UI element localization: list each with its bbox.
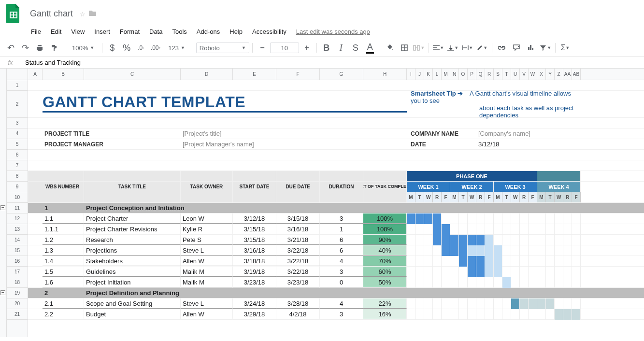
col-header-Q[interactable]: Q: [476, 69, 485, 80]
col-header-S[interactable]: S: [494, 69, 502, 80]
row-header-19[interactable]: 19: [7, 288, 28, 298]
collapse-group-button[interactable]: −: [0, 290, 5, 295]
col-header-Z[interactable]: Z: [555, 69, 563, 80]
row-header-14[interactable]: 14: [7, 235, 28, 245]
collapse-group-button[interactable]: −: [0, 205, 5, 210]
col-header-F[interactable]: F: [276, 69, 320, 80]
row-header-16[interactable]: 16: [7, 256, 28, 267]
functions-button[interactable]: Σ ▼: [558, 41, 572, 55]
paint-format-button[interactable]: [47, 41, 61, 55]
row-header-8[interactable]: 8: [7, 171, 28, 182]
percent-button[interactable]: %: [120, 41, 133, 55]
font-size-input[interactable]: 10: [270, 43, 299, 53]
doc-title[interactable]: Gantt chart: [27, 8, 76, 20]
row-header-4[interactable]: 4: [7, 128, 28, 139]
row-header-17[interactable]: 17: [7, 267, 28, 277]
col-header-T[interactable]: T: [502, 69, 511, 80]
menu-help[interactable]: Help: [226, 26, 246, 37]
row-20: 2.1Scope and Goal SettingSteve L3/24/183…: [28, 298, 644, 309]
comment-button[interactable]: [510, 41, 523, 55]
menu-format[interactable]: Format: [116, 26, 143, 37]
chart-button[interactable]: [524, 41, 538, 55]
h-align-button[interactable]: ▼: [432, 41, 445, 55]
wrap-button[interactable]: ▼: [461, 41, 474, 55]
col-header-G[interactable]: G: [320, 69, 363, 80]
col-header-O[interactable]: O: [459, 69, 468, 80]
menu-data[interactable]: Data: [145, 26, 166, 37]
col-header-M[interactable]: M: [442, 69, 450, 80]
strikethrough-button[interactable]: S: [349, 41, 362, 55]
row-header-7[interactable]: 7: [7, 160, 28, 171]
row-header-3[interactable]: 3: [7, 118, 28, 128]
star-icon[interactable]: ☆: [80, 11, 86, 18]
bold-button[interactable]: B: [320, 41, 333, 55]
day-header: M: [494, 192, 502, 202]
currency-button[interactable]: $: [105, 41, 119, 55]
row-header-20[interactable]: 20: [7, 298, 28, 309]
link-button[interactable]: [495, 41, 509, 55]
row-header-15[interactable]: 15: [7, 245, 28, 256]
menu-accessibility[interactable]: Accessibility: [248, 26, 290, 37]
col-header-AA[interactable]: AA: [563, 69, 572, 80]
col-header-E[interactable]: E: [233, 69, 276, 80]
last-edit[interactable]: Last edit was seconds ago: [296, 28, 370, 35]
number-format-button[interactable]: 123 ▼: [163, 42, 190, 54]
v-align-button[interactable]: ▼: [446, 41, 460, 55]
col-header-L[interactable]: L: [433, 69, 442, 80]
row-header-1[interactable]: 1: [7, 80, 28, 91]
row-header-11[interactable]: 11: [7, 203, 28, 213]
increase-decimal-button[interactable]: .00↑: [149, 41, 162, 55]
menu-edit[interactable]: Edit: [47, 26, 65, 37]
undo-button[interactable]: ↶: [4, 41, 17, 55]
row-header-18[interactable]: 18: [7, 277, 28, 288]
italic-button[interactable]: I: [334, 41, 348, 55]
row-header-2[interactable]: 2: [7, 91, 28, 118]
menu-view[interactable]: View: [67, 26, 88, 37]
print-button[interactable]: [33, 41, 46, 55]
col-header-Y[interactable]: Y: [546, 69, 555, 80]
col-header-AB[interactable]: AB: [572, 69, 581, 80]
row-header-21[interactable]: 21: [7, 309, 28, 320]
formula-input[interactable]: [21, 57, 644, 68]
col-header-U[interactable]: U: [511, 69, 520, 80]
decrease-decimal-button[interactable]: .0↓: [134, 41, 148, 55]
redo-button[interactable]: ↷: [18, 41, 32, 55]
col-header-B[interactable]: B: [43, 69, 84, 80]
row-header-6[interactable]: 6: [7, 150, 28, 160]
move-folder-icon[interactable]: [89, 11, 97, 18]
text-color-button[interactable]: A: [363, 41, 377, 55]
col-header-X[interactable]: X: [537, 69, 546, 80]
row-header-12[interactable]: 12: [7, 213, 28, 224]
merge-button[interactable]: ▼: [412, 41, 426, 55]
font-size-decrease[interactable]: −: [256, 41, 269, 55]
menu-tools[interactable]: Tools: [168, 26, 190, 37]
borders-button[interactable]: [398, 41, 411, 55]
col-header-J[interactable]: J: [415, 69, 424, 80]
col-header-P[interactable]: P: [468, 69, 476, 80]
col-header-I[interactable]: I: [407, 69, 415, 80]
font-select[interactable]: Roboto▼: [196, 43, 249, 53]
row-header-5[interactable]: 5: [7, 139, 28, 150]
col-header-D[interactable]: D: [181, 69, 233, 80]
row-header-10[interactable]: 10: [7, 192, 28, 203]
col-header-R[interactable]: R: [485, 69, 494, 80]
col-header-V[interactable]: V: [520, 69, 529, 80]
filter-button[interactable]: ▼: [539, 41, 552, 55]
row-header-13[interactable]: 13: [7, 224, 28, 235]
row-header-9[interactable]: 9: [7, 182, 28, 192]
rotate-button[interactable]: ▼: [475, 41, 489, 55]
font-size-increase[interactable]: +: [300, 41, 314, 55]
col-header-H[interactable]: H: [363, 69, 407, 80]
zoom-select[interactable]: 100% ▼: [67, 42, 99, 54]
menu-add-ons[interactable]: Add-ons: [193, 26, 224, 37]
menu-insert[interactable]: Insert: [90, 26, 114, 37]
sheets-icon[interactable]: [4, 4, 23, 23]
col-header-K[interactable]: K: [424, 69, 433, 80]
col-header-W[interactable]: W: [529, 69, 537, 80]
col-header-C[interactable]: C: [84, 69, 181, 80]
fill-color-button[interactable]: [383, 41, 397, 55]
menu-file[interactable]: File: [27, 26, 45, 37]
col-header-A[interactable]: A: [28, 69, 43, 80]
smartsheet-tip-link[interactable]: Smartsheet Tip ➔: [411, 90, 463, 97]
col-header-N[interactable]: N: [450, 69, 459, 80]
